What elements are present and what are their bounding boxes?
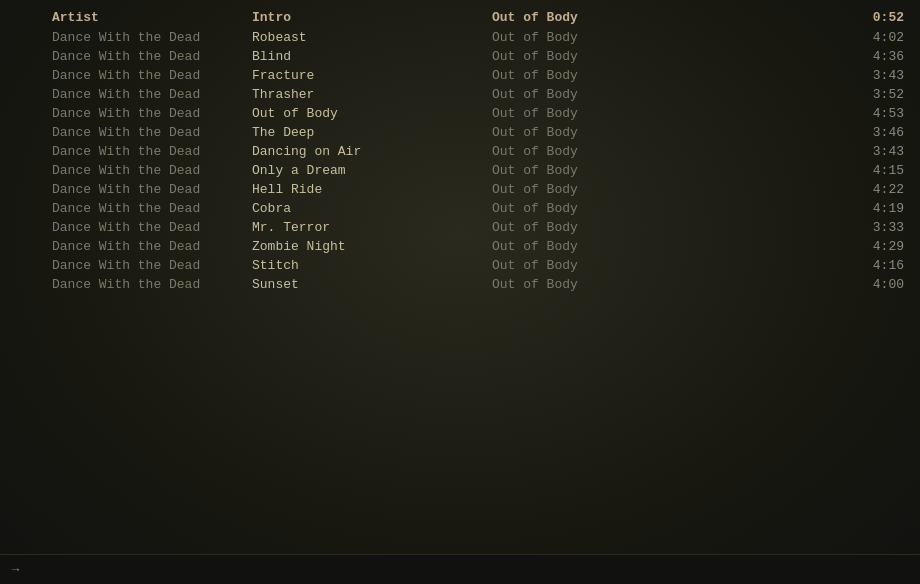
- track-album: Out of Body: [492, 220, 844, 235]
- table-row[interactable]: Dance With the DeadMr. TerrorOut of Body…: [0, 218, 920, 237]
- track-artist: Dance With the Dead: [52, 239, 252, 254]
- track-title: Mr. Terror: [252, 220, 492, 235]
- track-list-header: Artist Intro Out of Body 0:52: [0, 8, 920, 27]
- track-album: Out of Body: [492, 201, 844, 216]
- track-title: The Deep: [252, 125, 492, 140]
- table-row[interactable]: Dance With the DeadThe DeepOut of Body3:…: [0, 123, 920, 142]
- track-album: Out of Body: [492, 182, 844, 197]
- track-album: Out of Body: [492, 277, 844, 292]
- track-title: Out of Body: [252, 106, 492, 121]
- track-duration: 4:53: [844, 106, 904, 121]
- track-duration: 4:36: [844, 49, 904, 64]
- track-title: Dancing on Air: [252, 144, 492, 159]
- track-title: Sunset: [252, 277, 492, 292]
- table-row[interactable]: Dance With the DeadFractureOut of Body3:…: [0, 66, 920, 85]
- track-duration: 4:22: [844, 182, 904, 197]
- table-row[interactable]: Dance With the DeadHell RideOut of Body4…: [0, 180, 920, 199]
- track-duration: 3:46: [844, 125, 904, 140]
- track-artist: Dance With the Dead: [52, 258, 252, 273]
- track-duration: 4:00: [844, 277, 904, 292]
- track-artist: Dance With the Dead: [52, 87, 252, 102]
- track-duration: 4:15: [844, 163, 904, 178]
- track-artist: Dance With the Dead: [52, 201, 252, 216]
- bottom-bar: →: [0, 554, 920, 584]
- track-title: Only a Dream: [252, 163, 492, 178]
- track-duration: 4:02: [844, 30, 904, 45]
- arrow-icon: →: [12, 563, 19, 577]
- track-album: Out of Body: [492, 68, 844, 83]
- table-row[interactable]: Dance With the DeadStitchOut of Body4:16: [0, 256, 920, 275]
- track-list: Artist Intro Out of Body 0:52 Dance With…: [0, 0, 920, 302]
- track-artist: Dance With the Dead: [52, 49, 252, 64]
- table-row[interactable]: Dance With the DeadOut of BodyOut of Bod…: [0, 104, 920, 123]
- table-row[interactable]: Dance With the DeadBlindOut of Body4:36: [0, 47, 920, 66]
- track-duration: 4:29: [844, 239, 904, 254]
- track-artist: Dance With the Dead: [52, 106, 252, 121]
- header-title: Intro: [252, 10, 492, 25]
- table-row[interactable]: Dance With the DeadCobraOut of Body4:19: [0, 199, 920, 218]
- track-title: Cobra: [252, 201, 492, 216]
- track-duration: 3:33: [844, 220, 904, 235]
- track-artist: Dance With the Dead: [52, 68, 252, 83]
- track-title: Zombie Night: [252, 239, 492, 254]
- track-artist: Dance With the Dead: [52, 30, 252, 45]
- track-title: Hell Ride: [252, 182, 492, 197]
- track-album: Out of Body: [492, 163, 844, 178]
- track-artist: Dance With the Dead: [52, 182, 252, 197]
- track-title: Blind: [252, 49, 492, 64]
- header-duration: 0:52: [844, 10, 904, 25]
- table-row[interactable]: Dance With the DeadDancing on AirOut of …: [0, 142, 920, 161]
- track-artist: Dance With the Dead: [52, 277, 252, 292]
- track-title: Stitch: [252, 258, 492, 273]
- track-duration: 4:16: [844, 258, 904, 273]
- track-artist: Dance With the Dead: [52, 163, 252, 178]
- track-album: Out of Body: [492, 49, 844, 64]
- track-album: Out of Body: [492, 106, 844, 121]
- track-album: Out of Body: [492, 144, 844, 159]
- header-album: Out of Body: [492, 10, 844, 25]
- track-duration: 3:43: [844, 68, 904, 83]
- header-artist: Artist: [52, 10, 252, 25]
- table-row[interactable]: Dance With the DeadRobeastOut of Body4:0…: [0, 28, 920, 47]
- track-album: Out of Body: [492, 87, 844, 102]
- track-artist: Dance With the Dead: [52, 220, 252, 235]
- track-album: Out of Body: [492, 258, 844, 273]
- track-duration: 4:19: [844, 201, 904, 216]
- table-row[interactable]: Dance With the DeadThrasherOut of Body3:…: [0, 85, 920, 104]
- track-album: Out of Body: [492, 125, 844, 140]
- track-duration: 3:43: [844, 144, 904, 159]
- track-title: Fracture: [252, 68, 492, 83]
- track-artist: Dance With the Dead: [52, 144, 252, 159]
- track-album: Out of Body: [492, 239, 844, 254]
- track-album: Out of Body: [492, 30, 844, 45]
- table-row[interactable]: Dance With the DeadOnly a DreamOut of Bo…: [0, 161, 920, 180]
- track-duration: 3:52: [844, 87, 904, 102]
- table-row[interactable]: Dance With the DeadZombie NightOut of Bo…: [0, 237, 920, 256]
- table-row[interactable]: Dance With the DeadSunsetOut of Body4:00: [0, 275, 920, 294]
- track-artist: Dance With the Dead: [52, 125, 252, 140]
- track-title: Robeast: [252, 30, 492, 45]
- track-title: Thrasher: [252, 87, 492, 102]
